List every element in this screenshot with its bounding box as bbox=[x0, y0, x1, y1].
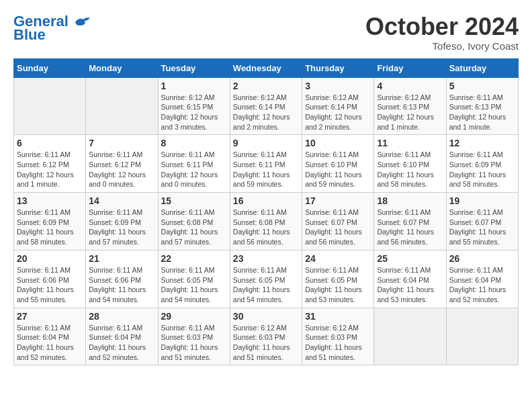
day-number: 22 bbox=[161, 253, 227, 264]
day-info: Sunrise: 6:11 AM Sunset: 6:09 PM Dayligh… bbox=[449, 150, 515, 189]
calendar-cell: 26Sunrise: 6:11 AM Sunset: 6:04 PM Dayli… bbox=[446, 250, 518, 308]
weekday-header-friday: Friday bbox=[374, 58, 446, 77]
calendar-cell bbox=[374, 308, 446, 365]
logo-bird-icon bbox=[74, 15, 91, 29]
calendar-cell: 9Sunrise: 6:11 AM Sunset: 6:11 PM Daylig… bbox=[230, 135, 302, 193]
day-info: Sunrise: 6:12 AM Sunset: 6:14 PM Dayligh… bbox=[233, 93, 299, 132]
day-info: Sunrise: 6:11 AM Sunset: 6:05 PM Dayligh… bbox=[305, 265, 371, 305]
day-info: Sunrise: 6:11 AM Sunset: 6:10 PM Dayligh… bbox=[377, 150, 443, 189]
day-number: 12 bbox=[449, 138, 515, 148]
calendar-cell: 25Sunrise: 6:11 AM Sunset: 6:04 PM Dayli… bbox=[374, 250, 446, 308]
day-number: 7 bbox=[89, 138, 154, 148]
calendar-week-4: 20Sunrise: 6:11 AM Sunset: 6:06 PM Dayli… bbox=[14, 250, 519, 308]
day-number: 2 bbox=[233, 81, 299, 91]
calendar-body: 1Sunrise: 6:12 AM Sunset: 6:15 PM Daylig… bbox=[14, 77, 519, 365]
day-info: Sunrise: 6:11 AM Sunset: 6:07 PM Dayligh… bbox=[305, 208, 371, 247]
calendar-week-3: 13Sunrise: 6:11 AM Sunset: 6:09 PM Dayli… bbox=[14, 193, 519, 250]
calendar-cell: 13Sunrise: 6:11 AM Sunset: 6:09 PM Dayli… bbox=[14, 193, 86, 250]
calendar-cell: 23Sunrise: 6:11 AM Sunset: 6:05 PM Dayli… bbox=[230, 250, 302, 308]
day-info: Sunrise: 6:11 AM Sunset: 6:13 PM Dayligh… bbox=[449, 93, 515, 132]
month-title: October 2024 bbox=[365, 13, 519, 40]
day-number: 23 bbox=[233, 253, 299, 264]
calendar-cell: 28Sunrise: 6:11 AM Sunset: 6:04 PM Dayli… bbox=[86, 308, 158, 365]
day-number: 10 bbox=[305, 138, 371, 148]
day-info: Sunrise: 6:12 AM Sunset: 6:14 PM Dayligh… bbox=[305, 93, 371, 132]
day-number: 25 bbox=[377, 253, 443, 264]
day-number: 20 bbox=[17, 253, 83, 264]
calendar-cell: 29Sunrise: 6:11 AM Sunset: 6:03 PM Dayli… bbox=[158, 308, 230, 365]
day-number: 14 bbox=[89, 195, 154, 206]
day-number: 11 bbox=[377, 138, 443, 148]
calendar-cell: 3Sunrise: 6:12 AM Sunset: 6:14 PM Daylig… bbox=[302, 77, 374, 135]
calendar-cell: 21Sunrise: 6:11 AM Sunset: 6:06 PM Dayli… bbox=[86, 250, 158, 308]
day-number: 8 bbox=[161, 138, 227, 148]
title-block: October 2024 Tofeso, Ivory Coast bbox=[365, 13, 519, 52]
day-number: 1 bbox=[161, 81, 227, 91]
day-info: Sunrise: 6:11 AM Sunset: 6:10 PM Dayligh… bbox=[305, 150, 371, 189]
calendar-cell: 1Sunrise: 6:12 AM Sunset: 6:15 PM Daylig… bbox=[158, 77, 230, 135]
day-number: 13 bbox=[17, 195, 83, 206]
day-info: Sunrise: 6:11 AM Sunset: 6:12 PM Dayligh… bbox=[17, 150, 83, 189]
day-info: Sunrise: 6:12 AM Sunset: 6:15 PM Dayligh… bbox=[161, 93, 227, 132]
calendar-cell: 5Sunrise: 6:11 AM Sunset: 6:13 PM Daylig… bbox=[446, 77, 518, 135]
day-number: 15 bbox=[161, 195, 227, 206]
weekday-header-tuesday: Tuesday bbox=[158, 58, 230, 77]
day-info: Sunrise: 6:11 AM Sunset: 6:09 PM Dayligh… bbox=[17, 208, 83, 247]
day-info: Sunrise: 6:11 AM Sunset: 6:03 PM Dayligh… bbox=[161, 323, 227, 363]
day-number: 17 bbox=[305, 195, 371, 206]
calendar-cell: 16Sunrise: 6:11 AM Sunset: 6:08 PM Dayli… bbox=[230, 193, 302, 250]
calendar-cell bbox=[14, 77, 86, 135]
calendar-table: SundayMondayTuesdayWednesdayThursdayFrid… bbox=[13, 58, 519, 366]
day-number: 26 bbox=[449, 253, 515, 264]
calendar-header: SundayMondayTuesdayWednesdayThursdayFrid… bbox=[14, 58, 519, 77]
day-info: Sunrise: 6:11 AM Sunset: 6:11 PM Dayligh… bbox=[233, 150, 299, 189]
calendar-cell: 20Sunrise: 6:11 AM Sunset: 6:06 PM Dayli… bbox=[14, 250, 86, 308]
day-info: Sunrise: 6:11 AM Sunset: 6:04 PM Dayligh… bbox=[89, 323, 154, 363]
day-info: Sunrise: 6:11 AM Sunset: 6:04 PM Dayligh… bbox=[377, 265, 443, 305]
day-number: 4 bbox=[377, 81, 443, 91]
day-info: Sunrise: 6:11 AM Sunset: 6:08 PM Dayligh… bbox=[233, 208, 299, 247]
day-info: Sunrise: 6:11 AM Sunset: 6:12 PM Dayligh… bbox=[89, 150, 154, 189]
day-number: 3 bbox=[305, 81, 371, 91]
weekday-header-thursday: Thursday bbox=[302, 58, 374, 77]
calendar-cell: 14Sunrise: 6:11 AM Sunset: 6:09 PM Dayli… bbox=[86, 193, 158, 250]
calendar-cell bbox=[446, 308, 518, 365]
calendar-cell: 17Sunrise: 6:11 AM Sunset: 6:07 PM Dayli… bbox=[302, 193, 374, 250]
day-info: Sunrise: 6:11 AM Sunset: 6:11 PM Dayligh… bbox=[161, 150, 227, 189]
calendar-cell: 10Sunrise: 6:11 AM Sunset: 6:10 PM Dayli… bbox=[302, 135, 374, 193]
calendar-cell: 31Sunrise: 6:12 AM Sunset: 6:03 PM Dayli… bbox=[302, 308, 374, 365]
calendar-cell: 7Sunrise: 6:11 AM Sunset: 6:12 PM Daylig… bbox=[86, 135, 158, 193]
calendar-cell: 4Sunrise: 6:12 AM Sunset: 6:13 PM Daylig… bbox=[374, 77, 446, 135]
day-info: Sunrise: 6:11 AM Sunset: 6:04 PM Dayligh… bbox=[449, 265, 515, 305]
day-number: 9 bbox=[233, 138, 299, 148]
weekday-header-saturday: Saturday bbox=[446, 58, 518, 77]
calendar-cell: 2Sunrise: 6:12 AM Sunset: 6:14 PM Daylig… bbox=[230, 77, 302, 135]
calendar-cell: 27Sunrise: 6:11 AM Sunset: 6:04 PM Dayli… bbox=[14, 308, 86, 365]
calendar-cell: 12Sunrise: 6:11 AM Sunset: 6:09 PM Dayli… bbox=[446, 135, 518, 193]
calendar-cell: 24Sunrise: 6:11 AM Sunset: 6:05 PM Dayli… bbox=[302, 250, 374, 308]
day-info: Sunrise: 6:11 AM Sunset: 6:06 PM Dayligh… bbox=[17, 265, 83, 305]
day-number: 18 bbox=[377, 195, 443, 206]
weekday-header-wednesday: Wednesday bbox=[230, 58, 302, 77]
day-info: Sunrise: 6:12 AM Sunset: 6:03 PM Dayligh… bbox=[233, 323, 299, 363]
day-number: 28 bbox=[89, 311, 154, 322]
day-info: Sunrise: 6:11 AM Sunset: 6:07 PM Dayligh… bbox=[377, 208, 443, 247]
day-number: 30 bbox=[233, 311, 299, 322]
day-info: Sunrise: 6:11 AM Sunset: 6:05 PM Dayligh… bbox=[233, 265, 299, 305]
calendar-cell: 11Sunrise: 6:11 AM Sunset: 6:10 PM Dayli… bbox=[374, 135, 446, 193]
day-info: Sunrise: 6:11 AM Sunset: 6:09 PM Dayligh… bbox=[89, 208, 154, 247]
calendar-cell: 19Sunrise: 6:11 AM Sunset: 6:07 PM Dayli… bbox=[446, 193, 518, 250]
weekday-header-sunday: Sunday bbox=[14, 58, 86, 77]
day-number: 6 bbox=[17, 138, 83, 148]
day-info: Sunrise: 6:11 AM Sunset: 6:04 PM Dayligh… bbox=[17, 323, 83, 363]
day-number: 27 bbox=[17, 311, 83, 322]
calendar-week-2: 6Sunrise: 6:11 AM Sunset: 6:12 PM Daylig… bbox=[14, 135, 519, 193]
day-number: 16 bbox=[233, 195, 299, 206]
calendar-cell bbox=[86, 77, 158, 135]
day-info: Sunrise: 6:11 AM Sunset: 6:06 PM Dayligh… bbox=[89, 265, 154, 305]
day-info: Sunrise: 6:11 AM Sunset: 6:07 PM Dayligh… bbox=[449, 208, 515, 247]
calendar-cell: 6Sunrise: 6:11 AM Sunset: 6:12 PM Daylig… bbox=[14, 135, 86, 193]
calendar-cell: 30Sunrise: 6:12 AM Sunset: 6:03 PM Dayli… bbox=[230, 308, 302, 365]
day-number: 24 bbox=[305, 253, 371, 264]
logo: General Blue bbox=[13, 13, 91, 43]
